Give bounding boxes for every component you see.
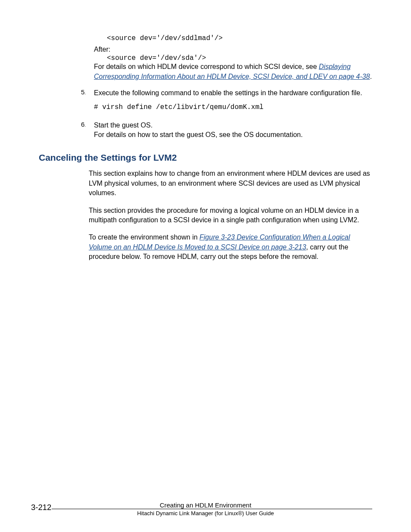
paragraph-1: This section explains how to change from… (89, 169, 372, 198)
step-6-number: 6. (81, 121, 94, 140)
step4-continuation: For details on which HDLM device corresp… (94, 62, 372, 81)
step4-tail-pre: For details on which HDLM device corresp… (94, 63, 319, 70)
step-6-line2: For details on how to start the guest OS… (94, 130, 372, 140)
step-6-line1: Start the guest OS. (94, 121, 372, 130)
footer-chapter-title: Creating an HDLM Environment (0, 501, 411, 509)
footer-guide-title: Hitachi Dynamic Link Manager (for Linux®… (0, 510, 411, 516)
step-6: 6. Start the guest OS. For details on ho… (81, 121, 372, 140)
step4-tail-post: . (370, 73, 372, 80)
code-block-after: <source dev='/dev/sda'/> (107, 54, 372, 62)
after-label: After: (94, 45, 372, 54)
code-block-before: <source dev='/dev/sddlmad'/> (107, 34, 372, 42)
step-5: 5. Execute the following command to enab… (81, 88, 372, 98)
step-5-number: 5. (81, 88, 94, 98)
page-footer: Creating an HDLM Environment Hitachi Dyn… (0, 501, 411, 516)
step-5-text: Execute the following command to enable … (94, 88, 372, 98)
document-page: <source dev='/dev/sddlmad'/> After: <sou… (0, 0, 411, 532)
step-5-code: # virsh define /etc/libvirt/qemu/domK.xm… (94, 103, 372, 111)
p3-pre: To create the environment shown in (89, 233, 199, 241)
paragraph-2: This section provides the procedure for … (89, 206, 372, 225)
footer-rule (52, 509, 372, 509)
section-heading: Canceling the Settings for LVM2 (39, 152, 372, 163)
step-6-body: Start the guest OS. For details on how t… (94, 121, 372, 140)
paragraph-3: To create the environment shown in Figur… (89, 233, 372, 261)
